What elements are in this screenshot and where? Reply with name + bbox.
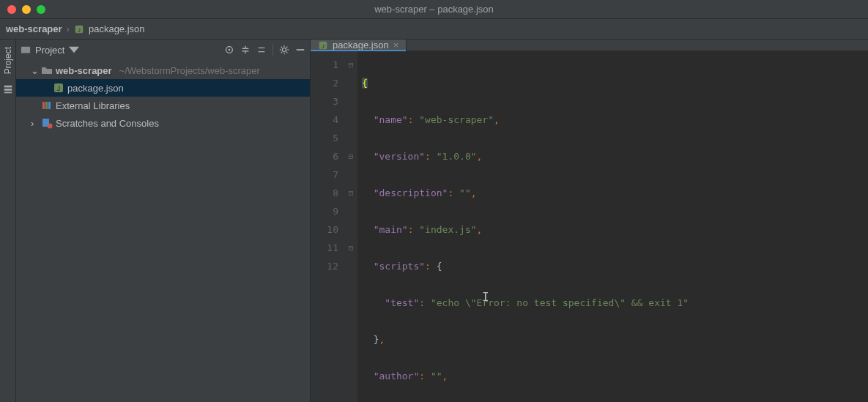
svg-point-8 (282, 48, 286, 51)
tree-scratches-label: Scratches and Consoles (56, 118, 159, 129)
line-number: 12 (311, 257, 338, 275)
project-icon (21, 45, 31, 55)
tree-external-libraries[interactable]: External Libraries (16, 97, 310, 114)
svg-rect-3 (4, 89, 12, 91)
line-number: 2 (311, 74, 338, 92)
fold-end-icon[interactable]: ⊟ (344, 239, 357, 257)
code-content[interactable]: { "name": "web-scraper", "version": "1.0… (357, 51, 868, 402)
line-number: 9 (311, 202, 338, 220)
line-number: 4 (311, 111, 338, 129)
fold-end-icon[interactable]: ⊟ (344, 184, 357, 202)
chevron-right-icon[interactable]: › (31, 118, 38, 129)
line-number: 3 (311, 92, 338, 111)
tool-stripe: Project (0, 40, 16, 402)
svg-rect-9 (297, 49, 305, 51)
editor-tabs: J package.json × (311, 40, 868, 51)
breadcrumb-root[interactable]: web-scraper (6, 23, 62, 34)
chevron-down-icon[interactable] (69, 45, 79, 55)
line-number: 1 (311, 56, 338, 74)
hide-panel-icon[interactable] (295, 45, 305, 55)
svg-rect-2 (4, 86, 12, 88)
breadcrumb-file[interactable]: package.json (89, 23, 145, 34)
project-panel-header: Project (16, 40, 310, 60)
expand-all-icon[interactable] (240, 45, 251, 55)
window-controls (7, 5, 45, 14)
tree-item-package-json[interactable]: J package.json (16, 79, 310, 97)
svg-text:J: J (78, 26, 81, 33)
svg-point-16 (48, 124, 53, 129)
window-title: web-scraper – package.json (0, 4, 868, 15)
close-tab-icon[interactable]: × (393, 40, 399, 51)
code-area[interactable]: 1 2 3 4 5 6 7 8 9 10 11 12 ⊟ ⊟ ⊟ ⊟ (311, 51, 868, 402)
svg-rect-14 (48, 102, 51, 109)
gear-icon[interactable] (279, 45, 289, 55)
scratches-icon (41, 117, 53, 129)
svg-rect-13 (45, 102, 48, 109)
library-icon (41, 100, 53, 111)
project-tool-label[interactable]: Project (3, 47, 13, 74)
line-number: 6 (311, 147, 338, 165)
tree-root-path: ~/WebstormProjects/web-scraper (119, 65, 260, 76)
svg-text:J: J (322, 42, 324, 49)
svg-point-7 (229, 49, 231, 51)
fold-gutter: ⊟ ⊟ ⊟ ⊟ (344, 51, 357, 402)
line-number: 5 (311, 129, 338, 147)
minimize-window-button[interactable] (22, 5, 31, 14)
line-number: 10 (311, 220, 338, 239)
tree-root[interactable]: ⌄ web-scraper ~/WebstormProjects/web-scr… (16, 62, 310, 79)
tree-external-label: External Libraries (56, 100, 130, 111)
tab-label: package.json (333, 40, 389, 51)
chevron-down-icon[interactable]: ⌄ (31, 65, 38, 76)
folder-icon (41, 64, 53, 76)
chevron-right-icon: › (67, 23, 70, 34)
project-panel-title[interactable]: Project (35, 45, 64, 56)
tree-item-label: package.json (67, 83, 124, 94)
svg-text:J: J (57, 85, 61, 92)
tree-root-label: web-scraper (56, 65, 112, 76)
breadcrumb: web-scraper › J package.json (0, 19, 868, 40)
svg-rect-5 (21, 47, 30, 53)
line-number-gutter: 1 2 3 4 5 6 7 8 9 10 11 12 (311, 51, 344, 402)
fold-marker-icon[interactable]: ⊟ (344, 56, 357, 74)
tree-scratches[interactable]: › Scratches and Consoles (16, 114, 310, 132)
fold-marker-icon[interactable]: ⊟ (344, 147, 357, 165)
project-tree[interactable]: ⌄ web-scraper ~/WebstormProjects/web-scr… (16, 60, 310, 402)
json-file-icon: J (53, 82, 64, 94)
close-window-button[interactable] (7, 5, 16, 14)
locate-icon[interactable] (224, 45, 234, 55)
collapse-all-icon[interactable] (256, 45, 267, 55)
svg-rect-4 (4, 92, 12, 94)
maximize-window-button[interactable] (37, 5, 45, 14)
line-number: 8 (311, 184, 338, 202)
project-panel: Project ⌄ web-scraper ~/WebstormProjects… (16, 40, 311, 402)
structure-icon[interactable] (3, 84, 13, 94)
svg-rect-12 (42, 102, 45, 109)
line-number: 7 (311, 165, 338, 184)
text-cursor-icon: I (482, 288, 489, 306)
tab-package-json[interactable]: J package.json × (311, 40, 407, 51)
json-file-icon: J (318, 40, 328, 51)
line-number: 11 (311, 239, 338, 257)
json-file-icon: J (74, 24, 84, 34)
editor: J package.json × 1 2 3 4 5 6 7 8 9 10 11… (311, 40, 868, 402)
titlebar: web-scraper – package.json (0, 0, 868, 19)
